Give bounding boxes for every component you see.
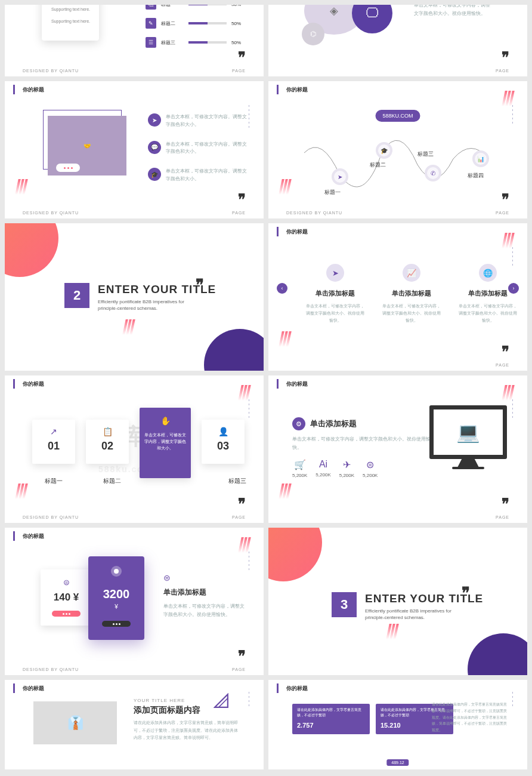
quote-icon: ❞ [462, 584, 470, 602]
orange-circle [5, 223, 58, 277]
step-labels: 标题一 标题二 标题三 [32, 477, 259, 485]
quote-icon: ❞ [502, 191, 509, 208]
chart-icon: 📈 [403, 264, 420, 282]
feature-columns: ➤单击添加标题单击文本框，可修改文字内容，调整文字颜色和大小。祝你使用愉快。 📈… [305, 264, 518, 324]
col-title: 单击添加标题 [458, 289, 518, 298]
monitor-icon: 🖵 [352, 5, 392, 33]
feature-text: 单击文本框，可修改文字内容。调整文字颜色和大小。 [166, 113, 249, 129]
step-label: 标题二 [91, 477, 134, 485]
slide-title: 你的标题 [286, 228, 308, 236]
designed-by: DESIGNED BY QIANTU [286, 211, 342, 215]
block-title: 单击添加标题 [310, 418, 357, 429]
page-label: PAGE [496, 69, 509, 73]
person-icon: 👤 [202, 427, 245, 436]
quote-icon: ❞ [238, 495, 246, 512]
metric-badge: 489.12 [386, 759, 409, 766]
gear-icon: ⚙ [292, 417, 305, 430]
col-title: 单击添加标题 [305, 289, 365, 298]
coins-icon: ⊜ [41, 578, 92, 587]
prev-arrow[interactable]: ‹ [277, 283, 287, 294]
small-title: YOUR TITLE HERE [134, 698, 185, 703]
slide-title: 你的标题 [23, 380, 44, 388]
slide-11: 你的标题 👔 YOUR TITLE HERE 添加页面标题内容 请在此处添加具体… [5, 680, 264, 769]
metric-value: 2.757 [297, 720, 365, 731]
quote-icon: ❞ [238, 648, 246, 664]
slide-title: 你的标题 [23, 86, 44, 94]
note-icon: ✎ [146, 18, 156, 29]
slide-12: 你的标题 请在此处添加具体内容，文字尽量言简意赅，不必过于繁琐2.757 请在此… [268, 680, 527, 769]
slide-title: 你的标题 [286, 86, 308, 94]
dots-indicator [56, 164, 80, 172]
support-card: Supporting text here. Supporting text he… [42, 5, 99, 41]
purple-circle [204, 329, 264, 371]
stats-row: 🛒5,200K Ai5,200K ✈5,200K ⊜5,200K [292, 459, 378, 478]
doc-icon: ⿻ [146, 5, 156, 10]
coins-icon: ⊜ [163, 573, 247, 583]
bar-pct: 50% [231, 5, 241, 7]
designed-by: DESIGNED BY QIANTU [23, 515, 79, 519]
metric-boxes: 请在此处添加具体内容，文字尽量言简意赅，不必过于繁琐2.757 请在此处添加具体… [292, 704, 453, 734]
slide-title: 你的标题 [286, 685, 308, 692]
node-label: 标题一 [324, 189, 341, 196]
stat-value: 5,200K [363, 473, 378, 478]
bar-row: ✎ 标题二 50% [146, 18, 241, 29]
step-label: 标题一 [32, 477, 75, 485]
body-text: 请在此处添加具体内容，文字尽量言简意赅，简单说明即可，不必过于繁琐，注意版面美观… [134, 719, 241, 742]
section-number: 3 [332, 592, 357, 617]
quote-icon: ❞ [502, 343, 509, 360]
designed-by: DESIGNED BY QIANTU [23, 667, 79, 672]
phone-icon: ✆ [425, 165, 441, 181]
chat-icon: 💬 [148, 141, 161, 154]
send-icon: ✈ [339, 459, 354, 470]
col-title: 单击添加标题 [382, 289, 441, 298]
cursor-icon: ➤ [148, 113, 161, 127]
bar-track [188, 5, 227, 5]
price-card-large: 3200 ¥ [88, 556, 144, 640]
bar-track [188, 41, 227, 44]
quote-icon: ❞ [238, 191, 246, 208]
col-text: 单击文本框，可修改文字内容，调整文字颜色和大小。祝你使用愉快。 [305, 303, 365, 324]
page-label: PAGE [232, 69, 246, 73]
page-label: PAGE [232, 211, 246, 215]
slide-title: 你的标题 [23, 532, 44, 540]
step-text: 单击文本框，可修改文字内容，调整文字颜色和大小。 [140, 429, 191, 454]
person-image: 👔 [33, 701, 117, 744]
book-icon: ☰ [146, 37, 156, 48]
page-label: PAGE [496, 363, 509, 367]
bar-label: 标题二 [161, 20, 184, 27]
stat-value: 5,200K [339, 473, 354, 478]
slide-title: 你的标题 [23, 685, 44, 692]
slide-9: 你的标题 ⊜ 140 ¥ 3200 ¥ ⊜ 单击添加标题 单击文本框，可修改文字… [5, 528, 264, 675]
step-num: 03 [202, 440, 245, 452]
feature-text: 单击文本框，可修改文字内容。调整文字颜色和大小。 [166, 168, 249, 183]
section-subtitle: Efficiently pontificate B2B imperatives … [365, 608, 466, 621]
section-number: 2 [64, 283, 89, 308]
cursor-icon: ➤ [332, 168, 348, 185]
orange-circle [268, 528, 322, 581]
page-label: PAGE [232, 667, 246, 672]
slide-title: 你的标题 [286, 380, 308, 388]
metric-box: 请在此处添加具体内容，文字尽量言简意赅，不必过于繁琐2.757 [292, 704, 370, 734]
bar-label: 标题三 [161, 39, 184, 46]
section-subtitle: Efficiently pontificate B2B imperatives … [98, 298, 199, 312]
cap-icon: 🎓 [376, 142, 392, 159]
body-text: 单击文本框，可修改文字内容，调整文字颜色和大小。祝你使用愉快。 [414, 5, 491, 17]
col-text: 单击文本框，可修改文字内容，调整文字颜色和大小。祝你使用愉快。 [382, 303, 441, 324]
price-value: 140 ¥ [41, 592, 92, 603]
slide-2: ◈ ⌬ 🖵 单击文本框，可修改文字内容，调整文字颜色和大小。祝你使用愉快。 ❞ … [268, 5, 527, 76]
step-cards: ↗01 📋02 ✋单击文本框，可修改文字内容，调整文字颜色和大小。 👤03 [32, 420, 245, 478]
bar-row: ⿻ 标题一 50% [146, 5, 241, 10]
node-label: 标题三 [417, 150, 434, 158]
body-text: 请在此处添加具体内容，文字尽量言简意赅简意赅，简单说明即可，不必过于繁琐，注意版… [432, 701, 509, 734]
page-label: PAGE [496, 515, 509, 519]
slide-5: 2 ENTER YOUR TITLE Efficiently pontifica… [5, 223, 264, 371]
dot-icon [111, 566, 122, 577]
bar-pct: 50% [231, 40, 241, 45]
slide-10: 3 ENTER YOUR TITLE Efficiently pontifica… [268, 528, 527, 675]
quote-icon: ❞ [196, 276, 204, 294]
slide-8: 你的标题 ⚙单击添加标题 单击文本框，可修改文字内容，调整文字颜色和大小。祝你使… [268, 375, 527, 523]
slide-1: Supporting text here. Supporting text he… [5, 5, 264, 76]
hand-icon: ✋ [140, 416, 191, 426]
page-heading: 添加页面标题内容 [134, 705, 200, 716]
ai-icon: Ai [316, 459, 330, 470]
